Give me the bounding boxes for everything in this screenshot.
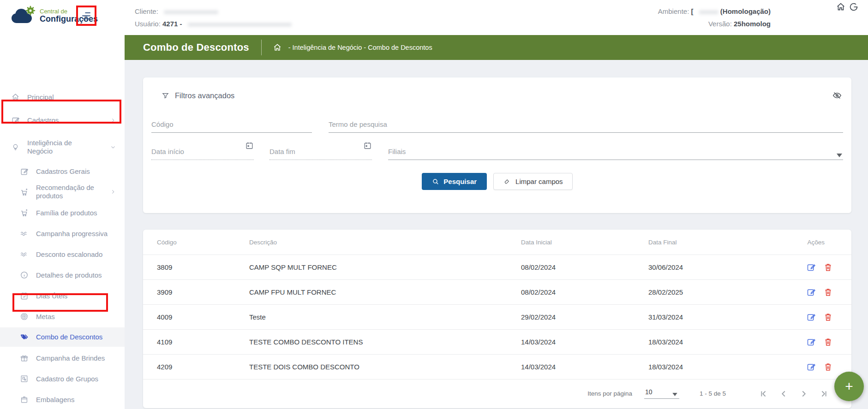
filter-actions: Pesquisar Limpar campos — [143, 173, 851, 190]
table-row[interactable]: 4009 Teste 29/02/2024 31/03/2024 — [143, 304, 851, 329]
edit-icon[interactable] — [806, 312, 816, 322]
search-icon — [432, 178, 439, 185]
table-row[interactable]: 3809 CAMP SQP MULT FORNEC 08/02/2024 30/… — [143, 255, 851, 279]
lightbulb-icon — [11, 143, 20, 152]
cell-data-final: 28/02/2025 — [648, 288, 795, 296]
edit-icon[interactable] — [806, 262, 816, 272]
gift-icon — [20, 354, 29, 362]
sidebar-item-label: Cadastros — [27, 116, 59, 124]
cell-codigo: 3809 — [157, 263, 249, 271]
last-page-icon[interactable] — [819, 389, 829, 399]
sidebar-item-label: Cadastros Gerais — [36, 167, 90, 176]
menu-icon[interactable] — [79, 9, 93, 23]
versao-value: 25homolog — [734, 20, 771, 28]
col-header-descricao: Descrição — [249, 239, 521, 246]
sidebar-item-recomendacao-de-produtos[interactable]: Recomendação de produtos — [0, 179, 125, 205]
calendar-icon[interactable] — [245, 141, 254, 150]
groups-icon — [20, 374, 29, 383]
chevron-right-icon — [110, 189, 116, 195]
sidebar-item-cadastro-de-grupos[interactable]: Cadastro de Grupos — [0, 368, 125, 389]
cell-data-final: 30/06/2024 — [648, 263, 795, 271]
plus-icon: + — [845, 379, 853, 394]
sidebar-item-desconto-escalonado[interactable]: Desconto escalonado — [0, 244, 125, 265]
home-icon — [11, 93, 20, 101]
calendar-icon[interactable] — [363, 141, 372, 150]
delete-icon[interactable] — [823, 312, 833, 322]
sidebar-item-label: Campanha progressiva — [36, 230, 108, 238]
cell-acoes — [795, 337, 851, 347]
data-fim-input[interactable] — [269, 144, 372, 160]
usuario-value: 4271 - — [162, 20, 182, 28]
table-row[interactable]: 4209 TESTE DOIS COMBO DESCONTO 14/03/202… — [143, 354, 851, 379]
cell-codigo: 4209 — [157, 363, 249, 371]
previous-page-icon[interactable] — [778, 389, 789, 399]
sidebar-item-familia-de-produtos[interactable]: Família de produtos — [0, 202, 125, 223]
items-per-page-select[interactable]: 10 — [644, 388, 679, 399]
sidebar: Principal Cadastros Inteligência de Negó… — [0, 35, 125, 409]
sidebar-item-principal[interactable]: Principal — [0, 87, 125, 107]
cell-descricao: TESTE COMBO DESCONTO ITENS — [249, 338, 521, 346]
table-header-row: Código Descrição Data Inicial Data Final… — [143, 230, 851, 255]
sidebar-item-dias-uteis[interactable]: Dias Úteis — [0, 285, 125, 306]
cart-plus-icon — [20, 208, 29, 217]
filiais-select[interactable] — [388, 144, 843, 160]
termo-pesquisa-input[interactable] — [329, 117, 843, 133]
sidebar-item-combo-de-descontos[interactable]: Combo de Descontos — [0, 327, 125, 347]
breadcrumb-home-icon[interactable] — [273, 43, 282, 52]
advanced-filters-panel: Filtros avançados — [143, 77, 851, 213]
edit-icon[interactable] — [806, 337, 816, 347]
paginator — [758, 389, 829, 399]
col-header-data-inicial: Data Inicial — [521, 239, 648, 246]
logout-icon[interactable] — [849, 2, 859, 12]
items-per-page-value: 10 — [645, 388, 652, 396]
first-page-icon[interactable] — [758, 389, 768, 399]
dropdown-caret-icon — [672, 390, 677, 393]
delete-icon[interactable] — [823, 362, 833, 372]
header-divider — [261, 40, 262, 55]
codigo-input[interactable] — [151, 117, 312, 133]
next-page-icon[interactable] — [799, 389, 809, 399]
discount-tag-icon — [20, 333, 29, 342]
sidebar-item-metas[interactable]: Metas — [0, 306, 125, 327]
sidebar-item-detalhes-de-produtos[interactable]: Detalhes de produtos — [0, 265, 125, 285]
info-icon — [20, 271, 29, 279]
edit-icon[interactable] — [806, 287, 816, 297]
clear-fields-button[interactable]: Limpar campos — [493, 173, 573, 190]
cloud-gear-logo-icon — [10, 6, 37, 26]
page-header: Combo de Descontos - Inteligência de Neg… — [125, 35, 868, 60]
filters-title-row: Filtros avançados — [162, 91, 851, 100]
add-button[interactable]: + — [834, 372, 864, 401]
filter-funnel-icon — [162, 92, 169, 100]
data-inicio-input[interactable] — [151, 144, 254, 160]
cell-descricao: CAMP SQP MULT FORNEC — [249, 263, 521, 271]
home-icon[interactable] — [836, 2, 846, 12]
client-info: Cliente: Usuário: 4271 - — [135, 5, 292, 30]
delete-icon[interactable] — [823, 337, 833, 347]
sidebar-item-cadastros[interactable]: Cadastros — [0, 110, 125, 130]
corner-actions — [836, 2, 859, 12]
redacted-cliente-value — [164, 10, 218, 14]
delete-icon[interactable] — [823, 262, 833, 272]
cell-data-inicial: 08/02/2024 — [521, 288, 648, 296]
cell-data-inicial: 14/03/2024 — [521, 363, 648, 371]
table-row[interactable]: 3909 CAMP FPU MULT FORNEC 08/02/2024 28/… — [143, 279, 851, 304]
sidebar-item-label: Combo de Descontos — [36, 333, 102, 341]
sidebar-item-campanha-progressiva[interactable]: Campanha progressiva — [0, 223, 125, 244]
codigo-field — [151, 117, 312, 133]
sidebar-item-campanha-de-brindes[interactable]: Campanha de Brindes — [0, 348, 125, 368]
dropdown-caret-icon[interactable] — [837, 151, 842, 154]
search-button[interactable]: Pesquisar — [422, 173, 487, 190]
sidebar-item-inteligencia-de-negocio[interactable]: Inteligência de Negócio — [0, 133, 125, 161]
page-range-text: 1 - 5 de 5 — [700, 390, 726, 397]
sidebar-item-embalagens[interactable]: Embalagens — [0, 389, 125, 409]
waves-icon — [20, 250, 29, 259]
sidebar-item-label: Família de produtos — [36, 209, 97, 217]
cart-plus-icon — [20, 188, 29, 196]
cell-descricao: CAMP FPU MULT FORNEC — [249, 288, 521, 296]
table-row[interactable]: 4109 TESTE COMBO DESCONTO ITENS 14/03/20… — [143, 329, 851, 354]
cell-data-inicial: 08/02/2024 — [521, 263, 648, 271]
cell-data-inicial: 14/03/2024 — [521, 338, 648, 346]
eye-off-icon[interactable] — [832, 90, 842, 101]
delete-icon[interactable] — [823, 287, 833, 297]
edit-icon[interactable] — [806, 362, 816, 372]
